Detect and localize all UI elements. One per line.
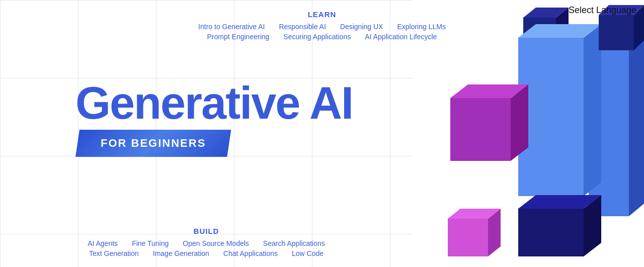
nav-responsible-ai[interactable]: Responsible AI xyxy=(279,23,326,31)
nav-image-gen[interactable]: Image Generation xyxy=(153,249,209,257)
cube-bottom-dark xyxy=(518,195,601,256)
for-beginners-badge: FOR BEGINNERS xyxy=(75,130,231,157)
svg-marker-4 xyxy=(629,30,644,216)
nav-open-source-models[interactable]: Open Source Models xyxy=(183,239,249,247)
nav-text-gen[interactable]: Text Generation xyxy=(89,249,139,257)
svg-marker-15 xyxy=(518,209,584,256)
cube-small-magenta xyxy=(448,209,501,256)
nav-chat-apps[interactable]: Chat Applications xyxy=(223,249,278,257)
svg-marker-12 xyxy=(448,219,488,256)
hero-title: Generative AI xyxy=(75,80,353,126)
nav-ai-agents[interactable]: AI Agents xyxy=(88,239,118,247)
select-language-button[interactable]: Select Language xyxy=(569,5,636,16)
learn-label: LEARN xyxy=(308,10,337,19)
nav-ai-lifecycle[interactable]: AI Application Lifecycle xyxy=(365,33,437,41)
nav-securing-apps[interactable]: Securing Applications xyxy=(283,33,351,41)
hero-content: Generative AI FOR BEGINNERS xyxy=(75,80,353,157)
nav-prompt-engineering[interactable]: Prompt Engineering xyxy=(207,33,270,41)
build-label: BUILD xyxy=(194,227,219,235)
learn-row-2: Prompt Engineering Securing Applications… xyxy=(207,33,437,41)
nav-exploring-llms[interactable]: Exploring LLMs xyxy=(397,23,446,31)
nav-designing-ux[interactable]: Designing UX xyxy=(340,23,383,31)
nav-low-code[interactable]: Low Code xyxy=(292,249,324,257)
cube-mid xyxy=(518,24,601,196)
nav-search-apps[interactable]: Search Applications xyxy=(263,239,325,247)
build-row-1: AI Agents Fine Tuning Open Source Models… xyxy=(88,239,325,247)
nav-fine-tuning[interactable]: Fine Tuning xyxy=(132,239,169,247)
learn-row-1: Intro to Generative AI Responsible AI De… xyxy=(198,23,446,31)
svg-marker-7 xyxy=(584,24,601,196)
cube-purple-large xyxy=(450,84,528,161)
nav-intro-gen-ai[interactable]: Intro to Generative AI xyxy=(198,23,265,31)
build-row-2: Text Generation Image Generation Chat Ap… xyxy=(89,249,324,257)
top-nav: LEARN Intro to Generative AI Responsible… xyxy=(0,0,644,43)
svg-marker-9 xyxy=(450,98,511,161)
build-section: BUILD AI Agents Fine Tuning Open Source … xyxy=(0,227,413,262)
badge-container: FOR BEGINNERS xyxy=(75,130,353,157)
